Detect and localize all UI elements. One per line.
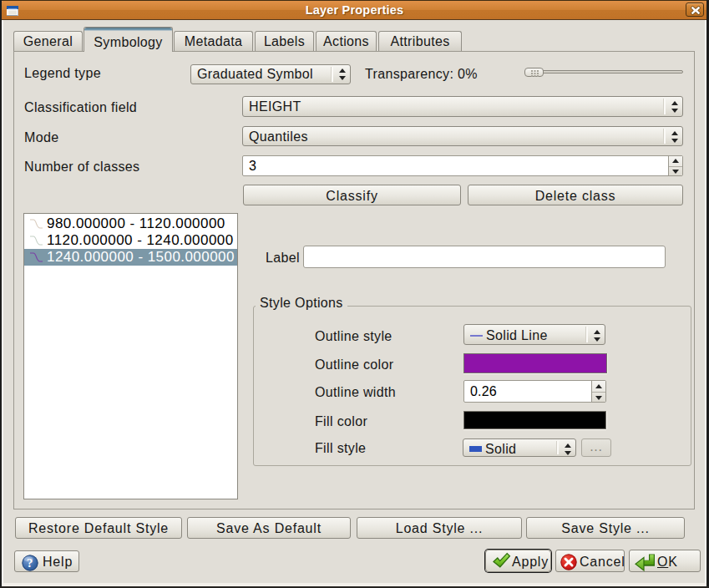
svg-text:?: ? (27, 556, 33, 570)
